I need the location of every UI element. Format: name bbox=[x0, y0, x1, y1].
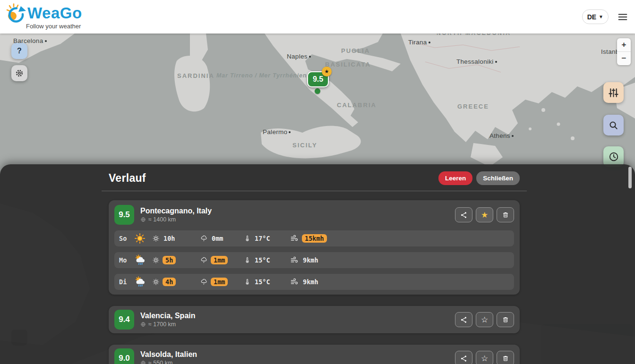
map-city-tirana: Tirana bbox=[408, 39, 430, 46]
favorite-button[interactable]: ★ bbox=[476, 207, 493, 222]
city-dot bbox=[429, 42, 430, 43]
share-icon bbox=[460, 316, 468, 324]
search-icon bbox=[608, 120, 619, 131]
map-city-palermo: Palermo bbox=[263, 128, 291, 135]
day-label: Mo bbox=[119, 256, 134, 264]
trash-icon bbox=[502, 355, 509, 362]
wind-icon bbox=[290, 234, 299, 243]
map-city-athens: Athens bbox=[489, 132, 514, 139]
map-region-puglia: PUGLIA bbox=[341, 47, 370, 54]
forecast-row: So 10h bbox=[114, 230, 514, 246]
score-badge: 9.5 bbox=[114, 205, 134, 225]
rain-icon bbox=[200, 278, 208, 286]
city-dot bbox=[45, 40, 47, 42]
wind-value: 9kmh bbox=[302, 256, 319, 264]
city-dot bbox=[289, 131, 291, 133]
app-header: WeaGo Follow your weather DE ▼ bbox=[0, 0, 635, 34]
temp-value: 15°C bbox=[254, 256, 271, 264]
rain-icon bbox=[200, 235, 208, 242]
forecast-row: Di 4h bbox=[114, 274, 514, 290]
temp-value: 17°C bbox=[254, 234, 271, 243]
share-button[interactable] bbox=[455, 312, 472, 327]
city-dot bbox=[512, 135, 514, 137]
city-dot bbox=[495, 61, 497, 63]
day-label: So bbox=[119, 235, 134, 242]
filter-button[interactable] bbox=[603, 82, 624, 103]
entry-distance: ≈ 1700 km bbox=[148, 321, 176, 328]
marker-location-dot bbox=[315, 88, 320, 94]
globe-icon bbox=[140, 322, 146, 327]
entry-distance: ≈ 1400 km bbox=[148, 216, 176, 223]
favorite-button[interactable]: ☆ bbox=[476, 351, 493, 364]
trash-icon bbox=[502, 316, 509, 323]
delete-button[interactable] bbox=[497, 207, 514, 222]
delete-button[interactable] bbox=[497, 351, 514, 364]
clear-history-button[interactable]: Leeren bbox=[438, 171, 472, 185]
close-panel-button[interactable]: Schließen bbox=[476, 171, 520, 185]
wind-value: 15kmh bbox=[302, 234, 327, 243]
sun-hours-value: 10h bbox=[163, 234, 176, 243]
share-button[interactable] bbox=[455, 207, 472, 222]
map-region-basilicata: BASILICATA bbox=[325, 61, 371, 68]
forecast-row: Mo 5h bbox=[114, 252, 514, 268]
thermometer-icon bbox=[244, 279, 251, 286]
gear-icon bbox=[14, 68, 25, 78]
star-icon: ☆ bbox=[481, 316, 488, 324]
score-badge: 9.0 bbox=[114, 348, 134, 364]
history-entry[interactable]: 9.0 Valsolda, Italien ≈ 550 km bbox=[109, 345, 520, 364]
trash-icon bbox=[502, 211, 509, 219]
map-region-greece: GREECE bbox=[457, 103, 489, 110]
panel-divider bbox=[102, 191, 527, 191]
zoom-out-button[interactable]: − bbox=[617, 51, 631, 65]
search-button[interactable] bbox=[603, 115, 624, 135]
temp-value: 15°C bbox=[254, 278, 271, 286]
globe-icon bbox=[140, 360, 146, 364]
panel-scrollbar[interactable] bbox=[628, 167, 632, 188]
entry-title: Pontecagnano, Italy bbox=[140, 207, 212, 215]
hamburger-icon bbox=[617, 12, 628, 22]
rain-showers-icon bbox=[134, 276, 146, 288]
entry-title: Valencia, Spain bbox=[140, 312, 196, 320]
sun-hours-icon bbox=[152, 235, 160, 242]
rain-showers-icon bbox=[134, 254, 146, 266]
map-sea-label: Mar Tirreno / Mer Tyrrhénienne bbox=[216, 71, 306, 80]
clock-icon bbox=[608, 151, 619, 162]
zoom-control: + − bbox=[617, 38, 631, 65]
marker-favorite-star-icon: ★ bbox=[322, 67, 332, 76]
history-entry[interactable]: 9.5 Pontecagnano, Italy ≈ 1400 km bbox=[109, 200, 520, 295]
map-city-naples: Naples bbox=[287, 53, 311, 60]
zoom-in-button[interactable]: + bbox=[617, 38, 631, 51]
brand: WeaGo bbox=[5, 3, 82, 25]
map-city-thessaloniki: Thessaloniki bbox=[456, 58, 497, 65]
rain-value: 0mm bbox=[211, 234, 224, 243]
panel-title: Verlauf bbox=[109, 172, 146, 185]
share-icon bbox=[460, 211, 468, 219]
history-panel: Verlauf Leeren Schließen 9.5 Pontecagnan… bbox=[0, 164, 635, 364]
sun-hours-value: 5h bbox=[163, 256, 176, 264]
wind-value: 9kmh bbox=[302, 278, 319, 286]
language-selector[interactable]: DE ▼ bbox=[582, 9, 609, 24]
brand-name: WeaGo bbox=[27, 3, 82, 24]
city-dot bbox=[309, 56, 311, 58]
help-button[interactable]: ? bbox=[11, 43, 27, 59]
menu-button[interactable] bbox=[617, 12, 628, 22]
wind-icon bbox=[290, 278, 299, 287]
sun-hours-value: 4h bbox=[163, 278, 176, 286]
thermometer-icon bbox=[244, 257, 251, 264]
language-value: DE bbox=[587, 13, 596, 21]
sun-hours-icon bbox=[152, 278, 160, 286]
star-icon: ☆ bbox=[481, 355, 488, 363]
history-entry[interactable]: 9.4 Valencia, Spain ≈ 1700 km bbox=[109, 306, 520, 333]
delete-button[interactable] bbox=[497, 312, 514, 327]
sunny-icon bbox=[134, 233, 146, 244]
rain-icon bbox=[200, 256, 208, 264]
share-icon bbox=[460, 355, 468, 363]
rain-value: 1mm bbox=[211, 278, 228, 286]
share-button[interactable] bbox=[455, 351, 472, 364]
favorite-button[interactable]: ☆ bbox=[476, 312, 493, 327]
settings-button[interactable] bbox=[11, 65, 27, 81]
wind-icon bbox=[290, 256, 299, 265]
map-region-sicily: SICILY bbox=[292, 142, 318, 149]
rain-value: 1mm bbox=[211, 256, 228, 264]
thermometer-icon bbox=[244, 235, 251, 242]
